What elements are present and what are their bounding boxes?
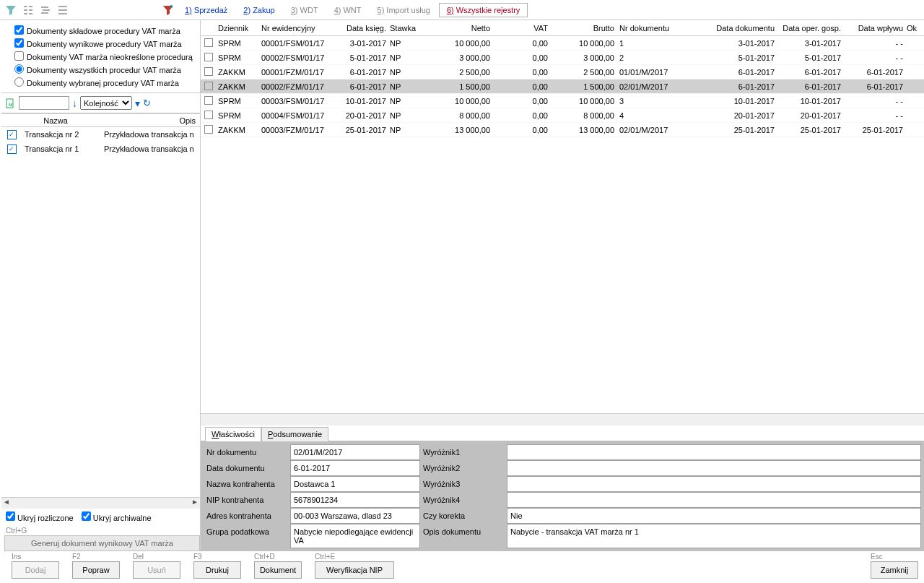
- tab-import-usług[interactable]: 5) Import usług: [370, 4, 437, 17]
- row-checkbox[interactable]: [204, 125, 213, 134]
- col-data-wplywu[interactable]: Data wpływu: [843, 24, 905, 33]
- lbl-wyr4: Wyróżnik4: [420, 492, 507, 508]
- row-check-icon[interactable]: ✓: [7, 144, 17, 154]
- col-brutto[interactable]: Brutto: [550, 24, 616, 33]
- col-netto[interactable]: Netto: [426, 24, 492, 33]
- row-checkbox[interactable]: [204, 53, 213, 61]
- row-checkbox[interactable]: [204, 82, 213, 90]
- main-area: Dokumenty składowe procedury VAT marża D…: [0, 20, 924, 551]
- close-button[interactable]: Zamknij: [871, 561, 918, 579]
- table-row[interactable]: SPRM00002/FSM/01/175-01-2017NP3 000,000,…: [201, 51, 924, 65]
- filter-icon[interactable]: [3, 2, 19, 18]
- tab-properties[interactable]: Właściwości: [205, 427, 261, 441]
- sort-down-icon[interactable]: ↓: [71, 98, 79, 109]
- val-nazwa-k: Dostawca 1: [290, 476, 420, 492]
- hide-archived-check[interactable]: Ukryj archiwalne: [82, 514, 152, 522]
- footer-toolbar: InsDodaj F2Popraw DelUsuń F3Drukuj Ctrl+…: [0, 551, 924, 583]
- transaction-row[interactable]: ✓Transakcja nr 2Przykładowa transakcja n: [1, 127, 200, 142]
- sidebar-search-row: м ↓ Kolejność ▾ ↻: [1, 92, 200, 113]
- col-ok[interactable]: Ok: [905, 24, 920, 33]
- table-row[interactable]: ZAKKM00001/FZM/01/176-01-2017NP2 500,000…: [201, 65, 924, 79]
- sidebar-hide-options: Ukryj rozliczone Ukryj archiwalne: [1, 509, 200, 525]
- val-wyr4: [507, 492, 921, 508]
- row-checkbox[interactable]: [204, 96, 213, 105]
- edit-button[interactable]: Popraw: [72, 561, 120, 579]
- delete-button[interactable]: Usuń: [133, 561, 180, 579]
- row-checkbox[interactable]: [204, 111, 213, 119]
- lbl-nip-k: NIP kontrahenta: [204, 492, 290, 508]
- transaction-row[interactable]: ✓Transakcja nr 1Przykładowa transakcja n: [1, 142, 200, 156]
- col-stawka[interactable]: Stawka: [388, 24, 426, 33]
- grid-header[interactable]: Dziennik Nr ewidencyjny Data księg. Staw…: [201, 20, 924, 36]
- lbl-wyr1: Wyróżnik1: [420, 444, 507, 460]
- tab-wnt[interactable]: 4) WNT: [327, 4, 369, 17]
- tab-wszystkie-rejestry[interactable]: 6) Wszystkie rejestry: [439, 3, 528, 17]
- filter-check-3[interactable]: Dokumenty VAT marża nieokreślone procedu…: [14, 51, 196, 64]
- hide-settled-check[interactable]: Ukryj rozliczone: [6, 514, 74, 522]
- document-button[interactable]: Dokument: [254, 561, 302, 579]
- funnel-red-icon[interactable]: [160, 2, 176, 18]
- val-data-dok: 6-01-2017: [290, 460, 420, 476]
- val-nr-dok: 02/01/M/2017: [290, 444, 420, 460]
- val-wyr2: [507, 460, 921, 476]
- table-row[interactable]: ZAKKM00002/FZM/01/176-01-2017NP1 500,000…: [201, 79, 924, 94]
- svg-point-0: [170, 5, 173, 8]
- lbl-korekta: Czy korekta: [420, 508, 507, 524]
- col-nr-dokumentu[interactable]: Nr dokumentu: [616, 24, 697, 33]
- filter-check-1[interactable]: Dokumenty składowe procedury VAT marża: [14, 25, 196, 38]
- tree-collapse-icon[interactable]: [38, 2, 53, 18]
- col-data-dokumentu[interactable]: Data dokumentu: [697, 24, 777, 33]
- sidegrid-col-desc[interactable]: Opis: [95, 114, 200, 126]
- col-data-ksieg[interactable]: Data księg.: [332, 24, 388, 33]
- row-check-icon[interactable]: ✓: [7, 130, 17, 139]
- sidebar-search-input[interactable]: [19, 96, 69, 110]
- refresh-icon[interactable]: ↻: [143, 98, 151, 108]
- sidebar-hscroll[interactable]: ◄►: [1, 497, 200, 509]
- filter-check-2[interactable]: Dokumenty wynikowe procedury VAT marża: [14, 38, 196, 51]
- col-nr-ewid[interactable]: Nr ewidencyjny: [260, 24, 332, 33]
- val-opis: Nabycie - transakcja VAT marża nr 1: [507, 524, 921, 548]
- table-row[interactable]: SPRM00003/FSM/01/1710-01-2017NP10 000,00…: [201, 94, 924, 108]
- val-wyr1: [507, 444, 921, 460]
- row-checkbox[interactable]: [204, 67, 213, 76]
- row-checkbox[interactable]: [204, 38, 213, 47]
- documents-grid: Dziennik Nr ewidencyjny Data księg. Staw…: [201, 20, 924, 426]
- lbl-nr-dok: Nr dokumentu: [204, 444, 290, 460]
- grid-hscroll[interactable]: [201, 413, 924, 426]
- tab-sprzedaż[interactable]: 1) Sprzedaż: [178, 4, 235, 17]
- register-tabs: 1) Sprzedaż2) Zakup3) WDT4) WNT5) Import…: [178, 3, 528, 17]
- table-row[interactable]: SPRM00001/FSM/01/173-01-2017NP10 000,000…: [201, 36, 924, 51]
- sidebar: Dokumenty składowe procedury VAT marża D…: [0, 20, 201, 551]
- lbl-data-dok: Data dokumentu: [204, 460, 290, 476]
- details-tabs: Właściwości Podsumowanie: [201, 426, 924, 441]
- filter-radio-selected[interactable]: Dokumenty wybranej procedury VAT marża: [14, 77, 196, 90]
- col-dziennik[interactable]: Dziennik: [217, 24, 260, 33]
- val-wyr3: [507, 476, 921, 492]
- transaction-desc: Przykładowa transakcja n: [101, 144, 200, 153]
- lbl-adres-k: Adres kontrahenta: [204, 508, 290, 524]
- tab-zakup[interactable]: 2) Zakup: [236, 4, 282, 17]
- right-pane: Dziennik Nr ewidencyjny Data księg. Staw…: [201, 20, 924, 551]
- generate-result-doc-button[interactable]: Generuj dokument wynikowy VAT marża: [4, 535, 200, 551]
- transaction-desc: Przykładowa transakcja n: [101, 130, 200, 139]
- new-doc-icon[interactable]: м: [4, 97, 17, 110]
- col-data-oper[interactable]: Data oper. gosp.: [777, 24, 843, 33]
- sidegrid-col-name[interactable]: Nazwa: [16, 114, 95, 126]
- col-vat[interactable]: VAT: [492, 24, 550, 33]
- lbl-wyr3: Wyróżnik3: [420, 476, 507, 492]
- print-button[interactable]: Drukuj: [193, 561, 241, 579]
- tree-expand-icon[interactable]: [20, 2, 36, 18]
- sort-select[interactable]: Kolejność: [80, 96, 132, 110]
- tree-select-icon[interactable]: [55, 2, 71, 18]
- filter-radio-all[interactable]: Dokumenty wszystkich procedur VAT marża: [14, 64, 196, 77]
- sort-dropdown-icon[interactable]: ▾: [134, 98, 141, 109]
- details-panel: Nr dokumentu 02/01/M/2017 Wyróżnik1 Data…: [201, 441, 924, 551]
- table-row[interactable]: ZAKKM00003/FZM/01/1725-01-2017NP13 000,0…: [201, 123, 924, 137]
- val-nip-k: 5678901234: [290, 492, 420, 508]
- add-button[interactable]: Dodaj: [12, 561, 59, 579]
- tab-summary[interactable]: Podsumowanie: [261, 427, 328, 441]
- transaction-name: Transakcja nr 1: [22, 144, 101, 153]
- tab-wdt[interactable]: 3) WDT: [284, 4, 326, 17]
- verify-nip-button[interactable]: Weryfikacja NIP: [315, 561, 394, 579]
- table-row[interactable]: SPRM00004/FSM/01/1720-01-2017NP8 000,000…: [201, 108, 924, 123]
